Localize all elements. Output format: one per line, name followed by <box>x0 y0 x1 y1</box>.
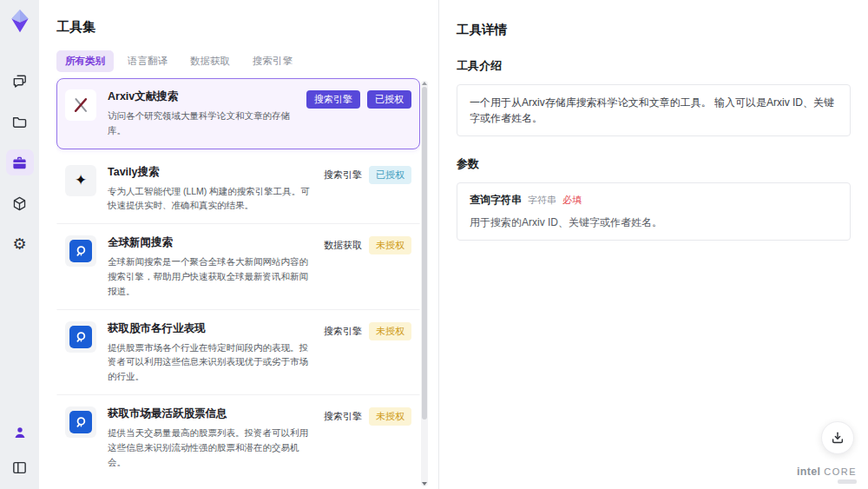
tool-list-item[interactable]: 获取股市各行业表现 提供股票市场各个行业在特定时间段内的表现。投资者可以利用这些… <box>56 310 420 395</box>
scroll-down-arrow[interactable] <box>422 482 427 486</box>
tool-list-item[interactable]: Arxiv文献搜索 访问各个研究领域大量科学论文和文章的存储库。 搜索引擎 已授… <box>56 78 420 149</box>
tools-panel: 工具集 所有类别语言翻译数据获取搜索引擎 Arxiv文献搜索 访问各个研究领域大… <box>39 0 438 489</box>
tool-list-item[interactable]: 获取市场最活跃股票信息 提供当天交易量最高的股票列表。投资者可以利用这些信息来识… <box>56 395 420 479</box>
app-logo <box>7 7 33 35</box>
tab-all[interactable]: 所有类别 <box>56 50 114 72</box>
tool-description: 专为人工智能代理 (LLM) 构建的搜索引擎工具。可快速提供实时、准确和真实的结… <box>108 184 310 214</box>
user-icon[interactable] <box>6 420 34 446</box>
tool-description: 提供股票市场各个行业在特定时间段内的表现。投资者可以利用这些信息来识别表现优于或… <box>108 340 310 384</box>
tool-name: Tavily搜索 <box>108 165 312 180</box>
tool-description: 访问各个研究领域大量科学论文和文章的存储库。 <box>108 109 295 138</box>
param-type: 字符串 <box>528 194 556 207</box>
tool-status-badge: 已授权 <box>367 90 411 109</box>
magnifier-blue-icon <box>65 406 96 438</box>
scroll-up-arrow[interactable] <box>422 82 427 85</box>
tool-description: 全球新闻搜索是一个聚合全球各大新闻网站内容的搜索引擎，帮助用户快速获取全球最新资… <box>108 254 310 298</box>
tool-list-item[interactable]: 全球新闻搜索 全球新闻搜索是一个聚合全球各大新闻网站内容的搜索引擎，帮助用户快速… <box>56 224 420 309</box>
tool-list-item[interactable]: ✦ Tavily搜索 专为人工智能代理 (LLM) 构建的搜索引擎工具。可快速提… <box>56 154 420 225</box>
magnifier-blue-icon <box>65 235 96 267</box>
tool-status-badge: 未授权 <box>369 322 411 340</box>
tab-search[interactable]: 搜索引擎 <box>244 50 301 72</box>
sidebar-bottom <box>6 420 34 480</box>
app-window: ⚙ 工具集 所有类别语言翻译数据获取搜索引擎 Arxiv文献搜 <box>0 0 868 489</box>
category-tabs: 所有类别语言翻译数据获取搜索引擎 <box>56 50 438 72</box>
params-heading: 参数 <box>457 156 851 172</box>
toolbox-icon[interactable] <box>6 149 34 175</box>
tool-category-tag: 搜索引擎 <box>306 90 360 109</box>
details-panel: 工具详情 工具介绍 一个用于从Arxiv存储库搜索科学论文和文章的工具。 输入可… <box>438 0 868 489</box>
tool-name: Arxiv文献搜索 <box>108 89 295 104</box>
tab-translate[interactable]: 语言翻译 <box>119 50 176 72</box>
details-title: 工具详情 <box>457 22 851 38</box>
download-button[interactable] <box>821 421 854 454</box>
tool-list: Arxiv文献搜索 访问各个研究领域大量科学论文和文章的存储库。 搜索引擎 已授… <box>56 78 420 479</box>
tool-category-tag: 数据获取 <box>324 236 362 254</box>
tool-description: 提供当天交易量最高的股票列表。投资者可以利用这些信息来识别流动性强的股票和潜在的… <box>108 426 310 469</box>
tool-status-badge: 已授权 <box>369 166 411 184</box>
parameter-card: 查询字符串 字符串 必填 用于搜索的Arxiv ID、关键字或作者姓名。 <box>457 182 851 241</box>
chat-icon[interactable] <box>6 68 34 94</box>
tab-data[interactable]: 数据获取 <box>181 50 239 72</box>
tavily-star-icon: ✦ <box>65 165 96 196</box>
tool-status-badge: 未授权 <box>369 236 411 254</box>
gear-icon[interactable]: ⚙ <box>6 231 34 257</box>
tool-category-tag: 搜索引擎 <box>324 407 362 426</box>
download-icon <box>830 430 845 446</box>
tool-name: 获取股市各行业表现 <box>108 321 312 336</box>
tool-status-badge: 未授权 <box>369 407 411 426</box>
intel-core-sub-mark <box>838 479 857 484</box>
page-title: 工具集 <box>56 19 438 36</box>
tool-category-tag: 搜索引擎 <box>324 322 362 340</box>
intro-heading: 工具介绍 <box>457 58 851 74</box>
magnifier-blue-icon <box>65 321 96 353</box>
sidebar-nav: ⚙ <box>6 68 34 257</box>
tool-category-tag: 搜索引擎 <box>324 166 362 184</box>
intel-core-logo: intel CORE <box>797 466 857 484</box>
panel-toggle-icon[interactable] <box>6 454 34 480</box>
folder-icon[interactable] <box>6 109 34 135</box>
param-name: 查询字符串 <box>470 193 522 208</box>
tool-name: 获取市场最活跃股票信息 <box>108 406 312 421</box>
scrollbar[interactable] <box>421 81 428 486</box>
cube-icon[interactable] <box>6 190 34 216</box>
scrollbar-thumb[interactable] <box>422 87 427 420</box>
tool-name: 全球新闻搜索 <box>108 235 312 250</box>
sidebar: ⚙ <box>0 0 39 489</box>
tool-intro-text: 一个用于从Arxiv存储库搜索科学论文和文章的工具。 输入可以是Arxiv ID… <box>470 95 838 126</box>
param-required-badge: 必填 <box>562 194 582 207</box>
arxiv-logo-icon <box>65 89 96 121</box>
param-description: 用于搜索的Arxiv ID、关键字或作者姓名。 <box>470 215 838 230</box>
